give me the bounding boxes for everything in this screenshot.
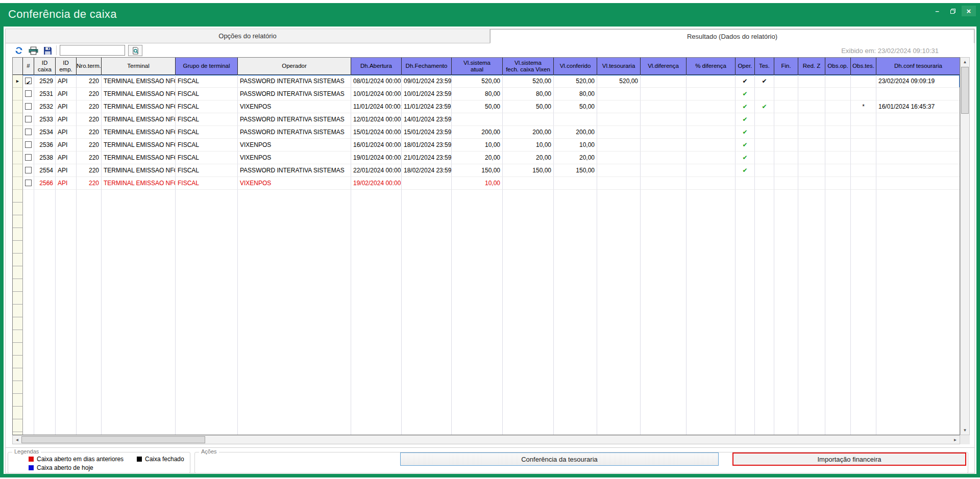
grid-cell-id_caixa: 2538 <box>34 152 56 164</box>
grid-cell-pct_diferenca <box>687 266 736 279</box>
grid-row[interactable]: 2538API220TERMINAL EMISSAO NFC VIFISCALV… <box>13 152 960 164</box>
row-checkbox[interactable] <box>25 90 32 97</box>
grid-cell-id_caixa <box>34 419 56 432</box>
column-header[interactable]: Obs.op. <box>825 58 851 75</box>
grid-cell-pct_diferenca <box>687 113 736 126</box>
grid-row[interactable]: 2536API220TERMINAL EMISSAO NFC VIFISCALV… <box>13 139 960 152</box>
grid-cell-terminal <box>102 330 176 343</box>
grid-cell-pct_diferenca <box>687 254 736 266</box>
minimize-icon[interactable]: – <box>930 6 944 16</box>
grid-cell-vl_conferido <box>554 203 597 215</box>
grid-cell-dh_conf <box>876 292 960 305</box>
column-header[interactable]: Vl.sistema fech. caixa Vixen <box>503 58 554 75</box>
grid-cell-terminal <box>102 394 176 407</box>
horizontal-scroll-thumb[interactable] <box>21 436 205 443</box>
importacao-financeira-button[interactable]: Importação financeira <box>732 452 966 466</box>
row-checkbox[interactable] <box>25 116 32 122</box>
grid-cell-fin <box>774 330 798 343</box>
column-header[interactable]: Operador <box>238 58 351 75</box>
column-header[interactable]: Grupo de terminal <box>176 58 238 75</box>
grid-cell-obs_tes <box>851 164 876 177</box>
horizontal-scrollbar[interactable]: ◄ ► <box>12 435 960 444</box>
column-header[interactable]: Red. Z <box>798 58 825 75</box>
grid-cell-oper <box>736 317 755 330</box>
save-icon[interactable] <box>41 45 54 56</box>
column-header[interactable]: Obs.tes. <box>851 58 876 75</box>
grid-cell-tes <box>755 317 774 330</box>
column-header[interactable]: Tes. <box>755 58 774 75</box>
grid-cell-red_z <box>798 254 825 266</box>
grid-cell-vl_sistema_atual <box>452 292 503 305</box>
column-header[interactable]: Dh.Abertura <box>351 58 402 75</box>
grid-row[interactable]: 2533API220TERMINAL EMISSAO NFC VIFISCALP… <box>13 113 960 126</box>
column-header[interactable]: Vl.diferença <box>641 58 687 75</box>
column-header[interactable]: Dh.Fechamento <box>402 58 452 75</box>
grid-cell-obs_tes <box>851 241 876 254</box>
grid-cell-nro_term <box>77 305 102 317</box>
grid-cell-vl_sistema_fech <box>503 368 554 381</box>
grid-cell-grupo <box>176 279 238 292</box>
column-header[interactable]: Terminal <box>102 58 176 75</box>
column-header[interactable]: % diferença <box>687 58 736 75</box>
row-checkbox[interactable] <box>25 180 32 186</box>
row-checkbox[interactable] <box>25 103 32 110</box>
row-checkbox[interactable] <box>25 78 32 84</box>
column-header[interactable]: Fin. <box>774 58 798 75</box>
search-input[interactable] <box>60 45 125 56</box>
scroll-up-icon[interactable]: ▲ <box>961 58 969 66</box>
refresh-icon[interactable] <box>13 45 25 56</box>
print-icon[interactable] <box>27 45 39 56</box>
grid-cell-vl_tesouraria <box>597 177 641 190</box>
column-header[interactable]: ID emp. <box>56 58 77 75</box>
grid-cell-grupo <box>176 317 238 330</box>
grid-cell-vl_tesouraria <box>597 266 641 279</box>
grid-cell-vl_sistema_atual: 150,00 <box>452 164 503 177</box>
conferencia-tesouraria-button[interactable]: Conferência da tesouraria <box>400 452 719 466</box>
scroll-left-icon[interactable]: ◄ <box>13 436 21 444</box>
column-header[interactable]: # <box>23 58 34 75</box>
grid-row[interactable]: 2566API220TERMINAL EMISSAO NFC VIFISCALV… <box>13 177 960 190</box>
grid-cell-grupo: FISCAL <box>176 75 238 88</box>
grid-row[interactable]: ►2529API220TERMINAL EMISSAO NFC VIFISCAL… <box>13 75 960 88</box>
grid-row[interactable]: 2554API220TERMINAL EMISSAO NFC VIFISCALP… <box>13 164 960 177</box>
grid-row[interactable]: 2531API220TERMINAL EMISSAO NFC VIFISCALP… <box>13 88 960 100</box>
grid-cell-id_emp: API <box>56 177 77 190</box>
scroll-down-icon[interactable]: ▼ <box>961 426 969 435</box>
row-checkbox[interactable] <box>25 154 32 161</box>
grid-cell-grupo <box>176 228 238 241</box>
close-icon[interactable]: × <box>962 6 976 16</box>
grid-cell-vl_diferenca <box>641 368 687 381</box>
row-indicator <box>13 139 23 152</box>
row-checkbox[interactable] <box>25 129 32 135</box>
column-header[interactable]: Dh.conf tesouraria <box>876 58 960 75</box>
restore-icon[interactable] <box>946 6 960 16</box>
vertical-scrollbar[interactable]: ▲ ▼ <box>960 57 970 435</box>
grid-cell-obs_op <box>825 228 851 241</box>
scroll-right-icon[interactable]: ► <box>951 436 960 444</box>
grid-cell-terminal <box>102 419 176 432</box>
vertical-scroll-thumb[interactable] <box>961 67 969 114</box>
grid-cell-id_caixa <box>34 381 56 394</box>
row-checkbox[interactable] <box>25 141 32 148</box>
grid-row[interactable]: 2534API220TERMINAL EMISSAO NFC VIFISCALP… <box>13 126 960 139</box>
grid-cell-vl_diferenca <box>641 305 687 317</box>
tab-opcoes-relatorio[interactable]: Opções do relatório <box>6 29 490 43</box>
grid-cell-obs_op <box>825 419 851 432</box>
grid-cell-pct_diferenca <box>687 139 736 152</box>
preview-icon[interactable] <box>128 45 142 56</box>
grid-cell-dh_conf <box>876 330 960 343</box>
column-header[interactable]: Vl.tesouraria <box>597 58 641 75</box>
row-checkbox[interactable] <box>25 167 32 173</box>
grid-cell-terminal <box>102 343 176 356</box>
grid-cell-terminal <box>102 279 176 292</box>
column-header[interactable]: ID caixa <box>34 58 56 75</box>
grid-row[interactable]: 2532API220TERMINAL EMISSAO NFC VIFISCALV… <box>13 100 960 113</box>
column-header[interactable]: Vl.sistema atual <box>452 58 503 75</box>
tab-resultado-dados[interactable]: Resultado (Dados do relatório) <box>490 29 974 43</box>
grid-cell-terminal: TERMINAL EMISSAO NFC VI <box>102 152 176 164</box>
column-header[interactable]: Nro.term. <box>77 58 102 75</box>
grid-cell-vl_sistema_atual <box>452 394 503 407</box>
column-header[interactable]: Oper. <box>736 58 755 75</box>
grid-cell-vl_conferido <box>554 419 597 432</box>
column-header[interactable]: Vl.conferido <box>554 58 597 75</box>
